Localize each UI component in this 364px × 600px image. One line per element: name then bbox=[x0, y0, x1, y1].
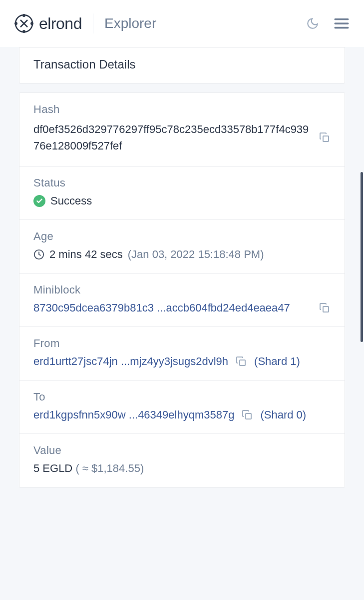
copy-icon[interactable] bbox=[241, 409, 253, 421]
from-address-link[interactable]: erd1urtt27jsc74jn ...mjz4yy3jsugs2dvl9h bbox=[33, 355, 228, 368]
value-usd: ( ≈ $1,184.55) bbox=[75, 462, 144, 474]
scrollbar[interactable] bbox=[361, 172, 363, 342]
from-row: From erd1urtt27jsc74jn ...mjz4yy3jsugs2d… bbox=[19, 326, 345, 380]
status-label: Status bbox=[33, 176, 331, 190]
hash-row: Hash df0ef3526d329776297ff95c78c235ecd33… bbox=[19, 93, 345, 166]
status-value: Success bbox=[50, 194, 92, 208]
miniblock-row: Miniblock 8730c95dcea6379b81c3 ...accb60… bbox=[19, 273, 345, 326]
hash-label: Hash bbox=[33, 103, 331, 116]
card-title: Transaction Details bbox=[19, 48, 345, 83]
transaction-details: Hash df0ef3526d329776297ff95c78c235ecd33… bbox=[19, 92, 345, 488]
value-amount: 5 EGLD bbox=[33, 462, 72, 474]
brand-name: elrond bbox=[39, 14, 82, 33]
svg-rect-8 bbox=[323, 136, 329, 142]
svg-point-4 bbox=[30, 22, 33, 25]
clock-icon bbox=[33, 249, 44, 260]
from-shard-link[interactable]: (Shard 1) bbox=[254, 355, 300, 368]
header-divider bbox=[93, 14, 93, 34]
value-row: Value 5 EGLD ( ≈ $1,184.55) bbox=[19, 434, 345, 487]
svg-rect-11 bbox=[240, 360, 245, 366]
success-check-icon bbox=[33, 195, 45, 207]
transaction-card: Transaction Details bbox=[19, 47, 345, 84]
hash-value: df0ef3526d329776297ff95c78c235ecd33578b1… bbox=[33, 121, 312, 154]
status-row: Status Success bbox=[19, 166, 345, 220]
logo[interactable]: elrond bbox=[14, 14, 82, 34]
svg-point-2 bbox=[22, 30, 25, 33]
to-shard-link[interactable]: (Shard 0) bbox=[260, 408, 306, 422]
miniblock-link[interactable]: 8730c95dcea6379b81c3 ...accb604fbd24ed4e… bbox=[33, 302, 312, 314]
app-header: elrond Explorer bbox=[0, 0, 364, 47]
age-relative: 2 mins 42 secs bbox=[49, 248, 123, 261]
copy-icon[interactable] bbox=[319, 302, 331, 314]
to-row: To erd1kgpsfnn5x90w ...46349elhyqm3587g … bbox=[19, 380, 345, 434]
age-absolute: (Jan 03, 2022 15:18:48 PM) bbox=[128, 248, 264, 261]
to-label: To bbox=[33, 390, 331, 404]
elrond-logo-icon bbox=[14, 14, 34, 34]
from-label: From bbox=[33, 337, 331, 350]
value-label: Value bbox=[33, 444, 331, 457]
age-label: Age bbox=[33, 230, 331, 243]
svg-rect-12 bbox=[246, 414, 251, 419]
theme-toggle-icon[interactable] bbox=[306, 17, 319, 30]
svg-point-1 bbox=[22, 14, 25, 17]
miniblock-label: Miniblock bbox=[33, 284, 331, 296]
svg-rect-10 bbox=[323, 306, 329, 312]
svg-point-3 bbox=[14, 22, 17, 25]
copy-icon[interactable] bbox=[235, 356, 247, 368]
hamburger-menu-icon[interactable] bbox=[333, 15, 350, 32]
to-address-link[interactable]: erd1kgpsfnn5x90w ...46349elhyqm3587g bbox=[33, 408, 234, 422]
content-area: Transaction Details Hash df0ef3526d32977… bbox=[0, 47, 364, 488]
copy-icon[interactable] bbox=[319, 132, 331, 144]
page-subtitle: Explorer bbox=[104, 16, 156, 32]
age-row: Age 2 mins 42 secs (Jan 03, 2022 15:18:4… bbox=[19, 220, 345, 273]
